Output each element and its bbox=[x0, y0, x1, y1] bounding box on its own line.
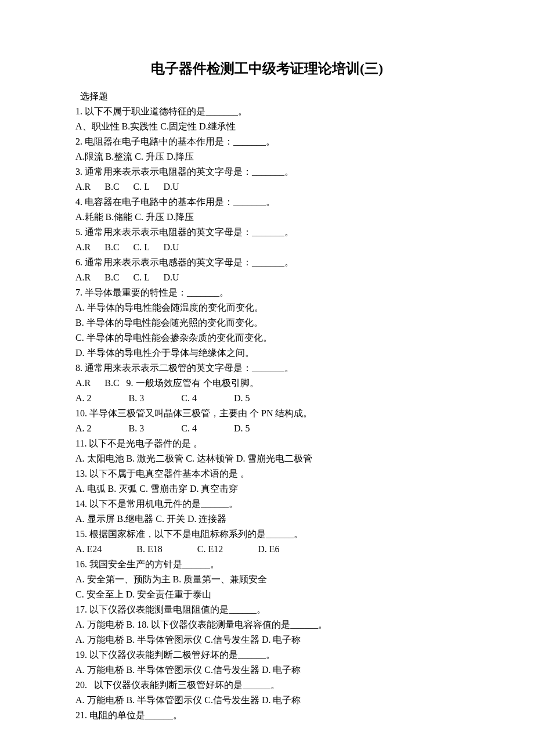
text-line: A. 半导体的导电性能会随温度的变化而变化。 bbox=[75, 301, 459, 315]
text-line: 16. 我国安全生产的方针是______。 bbox=[75, 557, 459, 571]
text-line: C. 半导体的导电性能会掺杂杂质的变化而变化。 bbox=[75, 331, 459, 345]
text-line: A. 2 B. 3 C. 4 D. 5 bbox=[75, 391, 459, 405]
text-line: A.限流 B.整流 C. 升压 D.降压 bbox=[75, 150, 459, 164]
text-line: 21. 电阻的单位是______。 bbox=[75, 708, 459, 722]
text-line: B. 半导体的导电性能会随光照的变化而变化。 bbox=[75, 316, 459, 330]
document-title: 电子器件检测工中级考证理论培训(三) bbox=[75, 58, 459, 79]
section-label: 选择题 bbox=[75, 89, 459, 103]
text-line: A. 电弧 B. 灭弧 C. 雪崩击穿 D. 真空击穿 bbox=[75, 482, 459, 496]
text-line: A. 2 B. 3 C. 4 D. 5 bbox=[75, 422, 459, 435]
text-line: 13. 以下不属于电真空器件基本术语的是 。 bbox=[75, 467, 459, 481]
text-line: 20. 以下仪器仪表能判断三极管好坏的是______。 bbox=[75, 678, 459, 692]
text-line: A.R B.C C. L D.U bbox=[75, 180, 459, 194]
text-line: 19. 以下仪器仪表能判断二极管好坏的是______。 bbox=[75, 648, 459, 662]
text-line: A. 显示屏 B.继电器 C. 开关 D. 连接器 bbox=[75, 512, 459, 526]
text-line: 15. 根据国家标准，以下不是电阻标称系列的是______。 bbox=[75, 527, 459, 541]
text-line: 7. 半导体最重要的特性是：_______。 bbox=[75, 286, 459, 300]
text-line: C. 安全至上 D. 安全责任重于泰山 bbox=[75, 588, 459, 602]
text-line: A. 万能电桥 B. 半导体管图示仪 C.信号发生器 D. 电子称 bbox=[75, 693, 459, 707]
question-list: 1. 以下不属于职业道德特征的是_______。A、职业性 B.实践性 C.固定… bbox=[75, 105, 459, 722]
text-line: A、职业性 B.实践性 C.固定性 D.继承性 bbox=[75, 120, 459, 134]
text-line: 10. 半导体三极管又叫晶体三极管，主要由 个 PN 结构成。 bbox=[75, 406, 459, 420]
text-line: D. 半导体的导电性介于导体与绝缘体之间。 bbox=[75, 346, 459, 360]
text-line: A. 万能电桥 B. 半导体管图示仪 C.信号发生器 D. 电子称 bbox=[75, 663, 459, 677]
text-line: A. 太阳电池 B. 激光二极管 C. 达林顿管 D. 雪崩光电二极管 bbox=[75, 452, 459, 466]
text-line: 2. 电阻器在电子电路中的基本作用是：_______。 bbox=[75, 135, 459, 149]
text-line: A.R B.C C. L D.U bbox=[75, 240, 459, 254]
text-line: A.耗能 B.储能 C. 升压 D.降压 bbox=[75, 210, 459, 224]
text-line: 1. 以下不属于职业道德特征的是_______。 bbox=[75, 105, 459, 118]
text-line: A. 安全第一、预防为主 B. 质量第一、兼顾安全 bbox=[75, 573, 459, 586]
text-line: 6. 通常用来表示表示电感器的英文字母是：_______。 bbox=[75, 255, 459, 269]
text-line: A.R B.C C. L D.U bbox=[75, 271, 459, 285]
text-line: 4. 电容器在电子电路中的基本作用是：_______。 bbox=[75, 195, 459, 209]
text-line: A.R B.C 9. 一般场效应管有 个电极引脚。 bbox=[75, 376, 459, 390]
text-line: 5. 通常用来表示表示电阻器的英文字母是：_______。 bbox=[75, 225, 459, 239]
text-line: A. 万能电桥 B. 半导体管图示仪 C.信号发生器 D. 电子称 bbox=[75, 633, 459, 647]
text-line: 11. 以下不是光电子器件的是 。 bbox=[75, 437, 459, 451]
text-line: 14. 以下不是常用机电元件的是______。 bbox=[75, 497, 459, 511]
text-line: 8. 通常用来表示表示二极管的英文字母是：_______。 bbox=[75, 361, 459, 375]
text-line: A. E24 B. E18 C. E12 D. E6 bbox=[75, 542, 459, 556]
text-line: A. 万能电桥 B. 18. 以下仪器仪表能测量电容容值的是______。 bbox=[75, 618, 459, 632]
text-line: 3. 通常用来表示表示电阻器的英文字母是：_______。 bbox=[75, 165, 459, 179]
text-line: 17. 以下仪器仪表能测量电阻阻值的是______。 bbox=[75, 603, 459, 617]
